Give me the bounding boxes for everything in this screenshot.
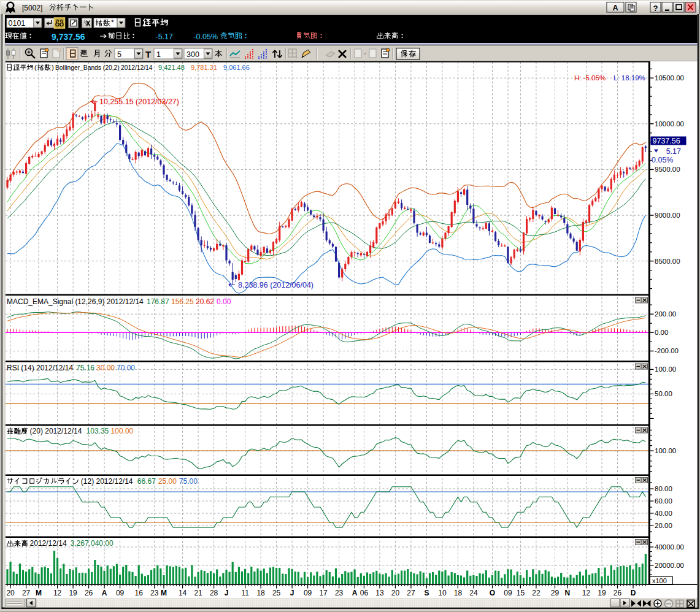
svg-text:9,421.48: 9,421.48 [158,64,185,71]
svg-text:26: 26 [85,589,93,597]
svg-text:21: 21 [194,589,202,597]
svg-text:9000.00: 9000.00 [655,212,680,219]
svg-text:200.00: 200.00 [655,310,676,318]
svg-text:19: 19 [69,589,77,597]
svg-text:25: 25 [272,589,281,597]
svg-text:A: A [102,589,107,597]
svg-text:8,238.96 (2012/06/04): 8,238.96 (2012/06/04) [238,281,313,289]
svg-text:80.00: 80.00 [655,485,672,492]
svg-text:30.00: 30.00 [96,364,115,372]
svg-text:23: 23 [150,589,159,597]
svg-text:0.00: 0.00 [655,329,668,336]
svg-text:14: 14 [179,589,187,597]
svg-text:75.00: 75.00 [179,477,198,486]
svg-text:*: * [111,18,114,27]
svg-text:2012/12/14: 2012/12/14 [121,64,153,71]
svg-text:(: ( [34,64,37,71]
svg-text:12: 12 [582,589,591,597]
svg-text:27: 27 [407,589,415,597]
svg-text:27: 27 [22,589,31,597]
svg-text:2012/12/14: 2012/12/14 [30,539,67,548]
svg-text:O: O [490,589,495,597]
svg-text:-200.00: -200.00 [655,347,679,354]
svg-text:RSI (14) 2012/12/14: RSI (14) 2012/12/14 [7,364,73,372]
svg-text:10500.00: 10500.00 [655,74,684,82]
svg-text:09: 09 [116,589,125,597]
svg-text:20.00: 20.00 [655,522,672,529]
svg-text:26: 26 [613,589,622,597]
svg-text:60.00: 60.00 [655,497,672,505]
svg-text:20.62: 20.62 [196,297,214,306]
svg-text:3,267,040.00: 3,267,040.00 [71,539,113,548]
svg-text:09: 09 [504,589,512,597]
svg-text:9500.00: 9500.00 [655,166,680,173]
svg-text:N: N [565,589,571,597]
svg-text:23: 23 [335,589,344,597]
svg-text:17: 17 [319,589,328,597]
svg-text:15: 15 [517,589,525,597]
svg-text:J: J [225,589,229,597]
svg-text:22: 22 [532,589,540,597]
svg-text:(20) 2012/12/14: (20) 2012/12/14 [30,427,82,435]
svg-text:12: 12 [53,589,62,597]
svg-text:75.16: 75.16 [76,364,94,372]
svg-text:0101: 0101 [9,19,26,28]
svg-text:28: 28 [210,589,218,597]
svg-text:25.00: 25.00 [158,477,177,486]
svg-text:0.00: 0.00 [217,297,231,306]
svg-text:): ) [52,64,54,71]
svg-text:M: M [161,589,167,597]
svg-text:(12) 2012/12/14: (12) 2012/12/14 [81,477,133,486]
svg-text:8500.00: 8500.00 [655,258,680,265]
svg-text:09: 09 [304,589,312,597]
svg-text:5.17: 5.17 [666,147,681,156]
svg-text:06: 06 [360,589,369,597]
svg-text:11: 11 [241,589,249,597]
svg-text:5: 5 [117,50,121,59]
svg-text:19: 19 [598,589,606,597]
svg-text:20: 20 [391,589,400,597]
svg-text:18: 18 [256,589,265,597]
svg-text:40.00: 40.00 [655,510,672,517]
svg-text:Bollinger_Bands (20,2): Bollinger_Bands (20,2) [55,64,120,71]
svg-text:[5002]: [5002] [22,4,42,12]
svg-text:40000.00: 40000.00 [655,543,684,551]
svg-text:100.00: 100.00 [111,427,134,435]
svg-text:176.87: 176.87 [147,297,169,306]
svg-text:D: D [631,589,636,597]
svg-text:1: 1 [156,50,161,59]
svg-text:MACD_EMA_Signal (12,26,9) 2012: MACD_EMA_Signal (12,26,9) 2012/12/14 [7,297,144,306]
svg-text:70.00: 70.00 [117,364,135,372]
svg-text:A: A [352,589,358,597]
svg-text:9,737.56: 9,737.56 [52,32,85,42]
svg-text:300: 300 [187,50,199,59]
svg-text:16: 16 [135,589,144,597]
svg-text:66.67: 66.67 [137,477,156,486]
svg-text:13: 13 [375,589,384,597]
svg-text:9,781.31: 9,781.31 [191,64,217,71]
svg-text:50.00: 50.00 [655,390,672,397]
svg-text:10,255.15 (2012/03/27): 10,255.15 (2012/03/27) [99,98,179,106]
svg-text:9737.56: 9737.56 [653,137,680,145]
svg-text:-0.05%: -0.05% [193,33,218,41]
svg-text:-5.17: -5.17 [156,33,174,41]
svg-text:S: S [424,589,429,597]
svg-text:156.25: 156.25 [171,297,194,306]
svg-text:100.00: 100.00 [655,365,676,373]
svg-text:18: 18 [454,589,463,597]
svg-text:A: A [612,4,618,12]
svg-text:0.05%: 0.05% [652,156,673,164]
svg-text:?: ? [653,4,658,13]
svg-text:20000.00: 20000.00 [655,562,684,569]
svg-text:M: M [36,589,42,597]
svg-text:20: 20 [6,589,15,597]
svg-text:H: -5.05%: H: -5.05% [574,74,606,82]
svg-text:L: 18.19%: L: 18.19% [613,74,645,82]
svg-text:10: 10 [438,589,447,597]
svg-text:103.35: 103.35 [87,427,109,435]
svg-text:29: 29 [551,589,560,597]
svg-text:9,061.66: 9,061.66 [223,64,250,71]
svg-text:10000.00: 10000.00 [655,120,684,128]
svg-text:24: 24 [469,589,478,597]
svg-text:T: T [145,49,151,59]
